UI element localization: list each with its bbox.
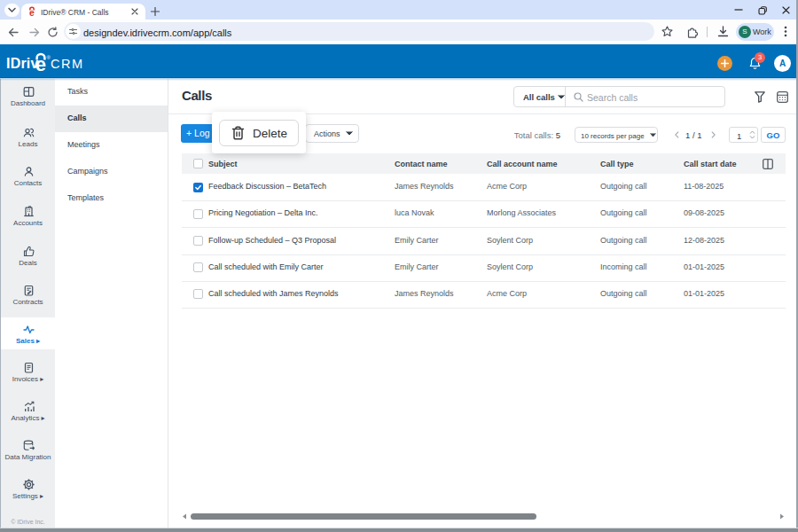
svg-text:e: e xyxy=(29,7,35,17)
svg-text:e: e xyxy=(35,53,46,74)
